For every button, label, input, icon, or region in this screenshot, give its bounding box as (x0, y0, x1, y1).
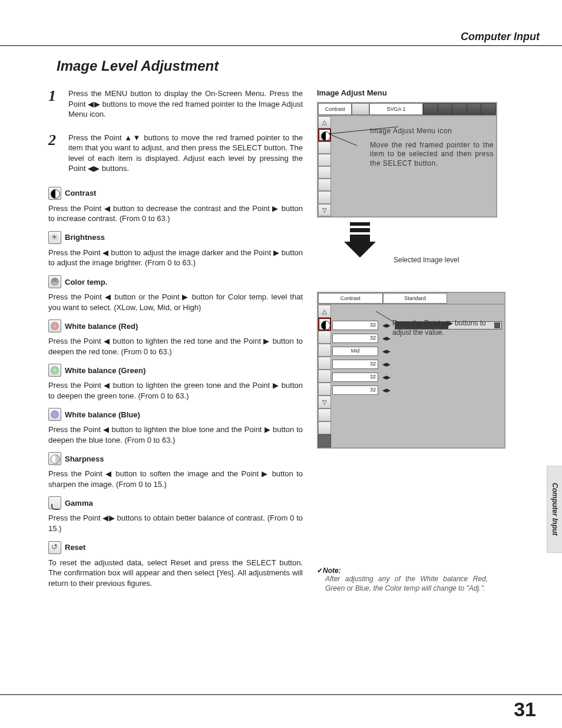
menu-label-contrast: Contrast (318, 103, 352, 115)
item-title: Color temp. (65, 278, 107, 286)
svg-line-6 (376, 311, 394, 322)
item-sharpness: Sharpness Press the Point ◀ button to so… (48, 452, 303, 489)
item-color-temp: Color temp. Press the Point ◀ button or … (48, 275, 303, 312)
scroll-up-icon: △ (318, 116, 331, 129)
item-brightness: Brightness Press the Point ◀ button to a… (48, 231, 303, 268)
side-tab-label: Computer Input (551, 483, 559, 535)
side-brightness-icon (318, 331, 331, 344)
page-number: 31 (514, 698, 536, 721)
reset-icon (48, 541, 61, 554)
side-wb-green-icon (318, 370, 331, 383)
side-color-temp-icon (318, 154, 331, 166)
note-body: After adjusting any of the White balance… (317, 575, 488, 593)
step-body: Press the Point ▲▼ buttons to move the r… (68, 133, 303, 174)
note-block: ✔Note: After adjusting any of the White … (317, 566, 505, 593)
menu-icon-strip (423, 103, 496, 115)
menu-label-mode: SVGA 1 (369, 103, 423, 115)
item-body: Press the Point ◀ button to adjust the i… (48, 248, 303, 268)
item-reset: Reset To reset the adjusted data, select… (48, 541, 303, 589)
step-2: 2 Press the Point ▲▼ buttons to move the… (48, 133, 303, 174)
sharpness-icon (48, 452, 61, 465)
left-column: 1 Press the MENU button to display the O… (48, 88, 303, 595)
svg-rect-3 (350, 228, 370, 232)
side-wb-red-icon (318, 357, 331, 370)
selected-level-label: Selected Image level (394, 256, 459, 265)
value-box: 32 (332, 334, 378, 343)
page-title: Image Level Adjustment (57, 58, 540, 74)
side-contrast-icon (318, 129, 331, 141)
callout-adjust-value: Press the Point ◀▶ buttons to adjust the… (392, 318, 498, 337)
scroll-down-icon: ▽ (318, 396, 331, 409)
right-column: Image Adjust Menu Contrast SVGA 1 (317, 88, 505, 595)
menu-icon (452, 104, 467, 114)
item-title: Sharpness (65, 454, 104, 463)
scroll-up-icon: △ (318, 305, 331, 318)
menu-figure-top: Contrast SVGA 1 △ (317, 102, 497, 218)
contrast-icon (48, 187, 61, 200)
second-title-right: Standard (383, 293, 448, 304)
menu-icon (438, 104, 453, 114)
callout-menu-icon: Image Adjust Menu icon (370, 127, 494, 136)
wb-green-icon (48, 364, 61, 377)
value-row: Mid ◀▶ (332, 345, 502, 358)
quit-icon (318, 434, 331, 447)
system-icon (352, 103, 369, 115)
header-section: Computer Input (22, 31, 540, 45)
wb-red-icon (48, 319, 61, 332)
rule-top (0, 45, 562, 46)
value-box: 32 (332, 360, 378, 369)
side-wb-blue-icon (318, 383, 331, 396)
side-wb-red-icon (318, 166, 331, 179)
menu-icon (467, 104, 482, 114)
value-row: 32 ◀▶ (332, 358, 502, 371)
callout-move-pointer: Move the red framed pointer to the item … (370, 141, 494, 169)
item-wb-green: White balance (Green) Press the Point ◀ … (48, 364, 303, 401)
rule-bottom (0, 694, 562, 695)
value-row: 32 ◀▶ (332, 384, 502, 397)
item-body: Press the Point ◀ button to lighten the … (48, 424, 303, 445)
menu-figure-bottom-header: Contrast Standard (317, 292, 505, 305)
note-label: Note: (323, 566, 341, 575)
left-right-arrows-icon: ◀▶ (380, 386, 393, 394)
left-right-arrows-icon: ◀▶ (380, 334, 393, 342)
figure-heading: Image Adjust Menu (317, 88, 505, 97)
scroll-down-icon: ▽ (318, 204, 331, 216)
side-icon-column-2: △ ▽ (318, 305, 331, 447)
item-body: To reset the adjusted data, select Reset… (48, 558, 303, 589)
item-gamma: Gamma Press the Point ◀▶ buttons to obta… (48, 496, 303, 533)
svg-marker-5 (344, 242, 376, 258)
left-right-arrows-icon: ◀▶ (380, 347, 393, 355)
side-tab: Computer Input (547, 466, 562, 553)
wb-blue-icon (48, 408, 61, 421)
item-body: Press the Point ◀▶ buttons to obtain bet… (48, 513, 303, 533)
step-number: 2 (48, 133, 61, 174)
check-icon: ✔ (317, 566, 323, 575)
item-body: Press the Point ◀ button to lighten the … (48, 336, 303, 357)
item-title: Contrast (65, 189, 96, 197)
item-title: White balance (Red) (65, 322, 138, 331)
step-body: Press the MENU button to display the On-… (68, 88, 303, 120)
side-wb-green-icon (318, 179, 331, 191)
item-title: Reset (65, 543, 85, 552)
item-body: Press the Point ◀ button to decrease the… (48, 203, 303, 224)
value-box: 32 (332, 373, 378, 382)
gamma-icon (48, 496, 61, 509)
color-temp-icon (48, 275, 61, 288)
item-title: Brightness (65, 233, 105, 242)
step-1: 1 Press the MENU button to display the O… (48, 88, 303, 120)
menu-icon (424, 104, 438, 114)
menu-icon (481, 104, 495, 114)
item-title: Gamma (65, 499, 93, 508)
item-title: White balance (Green) (65, 366, 146, 375)
store-icon (318, 421, 331, 434)
side-icon-column: △ ▽ (318, 116, 331, 216)
side-brightness-icon (318, 141, 331, 154)
value-box: 32 (332, 386, 378, 395)
step-number: 1 (48, 88, 61, 120)
value-box: 32 (332, 321, 378, 330)
down-arrow-icon (335, 222, 382, 258)
left-right-arrows-icon: ◀▶ (380, 360, 393, 368)
item-wb-red: White balance (Red) Press the Point ◀ bu… (48, 319, 303, 357)
item-body: Press the Point ◀ button or the Point ▶ … (48, 292, 303, 312)
item-body: Press the Point ◀ button to lighten the … (48, 380, 303, 401)
